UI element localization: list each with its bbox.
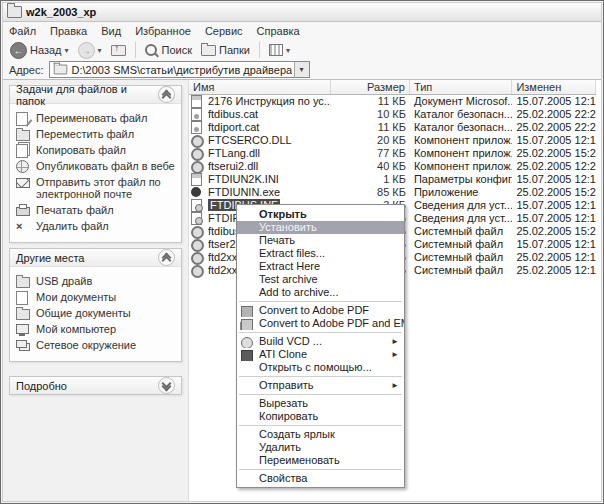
task-item[interactable]: Опубликовать файл в вебе bbox=[16, 160, 177, 172]
column-header-2[interactable]: Тип bbox=[410, 80, 513, 94]
menu-1[interactable]: Правка bbox=[50, 23, 95, 39]
column-header-3[interactable]: Изменен bbox=[512, 80, 596, 94]
column-header-0[interactable]: Имя bbox=[189, 80, 331, 94]
file-date: 25.02.2005 15:26 bbox=[512, 225, 596, 237]
place-item[interactable]: Мой компьютер bbox=[16, 323, 177, 335]
context-menu-item[interactable]: Копировать bbox=[237, 410, 404, 423]
task-item[interactable]: ×Удалить файл bbox=[16, 220, 177, 232]
file-row[interactable]: FTDIUNIN.exe85 КБПриложение25.02.2005 15… bbox=[189, 185, 596, 198]
file-row[interactable]: ftdiport.cat11 КБКаталог безопасн...25.0… bbox=[189, 120, 596, 133]
context-menu-item[interactable]: Add to archive... bbox=[237, 286, 404, 299]
search-button[interactable]: Поиск bbox=[142, 43, 195, 57]
place-item[interactable]: Мои документы bbox=[16, 291, 177, 303]
task-item[interactable]: Печатать файл bbox=[16, 204, 177, 216]
forward-button[interactable]: → ▾ bbox=[75, 41, 105, 60]
place-item[interactable]: Общие документы bbox=[16, 307, 177, 319]
context-menu-item[interactable]: Test archive bbox=[237, 273, 404, 286]
context-menu-item[interactable]: Создать ярлык bbox=[237, 428, 404, 441]
folders-label: Папки bbox=[219, 44, 250, 56]
task-item[interactable]: Переместить файл bbox=[16, 128, 177, 140]
menu-separator bbox=[239, 394, 402, 395]
context-menu-item[interactable]: Печать bbox=[237, 234, 404, 247]
file-type: Каталог безопасн... bbox=[410, 121, 512, 133]
menu-5[interactable]: Справка bbox=[257, 23, 308, 39]
address-path: D:\2003 SMS\статьи\дистрибутив драйвера bbox=[72, 64, 293, 76]
context-menu-item[interactable]: Отправить► bbox=[237, 379, 404, 392]
place-item[interactable]: Сетевое окружение bbox=[16, 339, 177, 351]
address-folder-icon bbox=[53, 65, 67, 75]
address-dropdown-icon[interactable]: ▾ bbox=[294, 62, 309, 77]
expand-chevron-icon[interactable] bbox=[158, 377, 175, 394]
search-icon bbox=[145, 44, 157, 56]
file-row[interactable]: FTLang.dll77 КБКомпонент прилож...25.02.… bbox=[189, 146, 596, 159]
file-row[interactable]: 2176 Инструкция по ус...11 КБДокумент Mi… bbox=[189, 94, 596, 107]
context-menu-item[interactable]: Convert to Adobe PDF bbox=[237, 304, 404, 317]
file-tasks-title: Задачи для файлов и папок bbox=[16, 83, 158, 107]
place-item[interactable]: USB драйв bbox=[16, 275, 177, 287]
back-button[interactable]: ← Назад ▾ bbox=[7, 41, 72, 60]
task-item[interactable]: Копировать файл bbox=[16, 144, 177, 156]
file-row[interactable]: FTCSERCO.DLL20 КБКомпонент прилож...15.0… bbox=[189, 133, 596, 146]
file-type: Компонент прилож... bbox=[410, 160, 512, 172]
file-date: 15.07.2005 12:17 bbox=[512, 238, 596, 250]
file-type-cat-icon bbox=[191, 121, 204, 133]
file-type: Документ Microsof... bbox=[410, 95, 512, 107]
explorer-window: w2k_2003_xp ФайлПравкаВидИзбранноеСервис… bbox=[0, 0, 604, 504]
file-row[interactable]: FTDIUN2K.INI1 КБПараметры конфиг...15.07… bbox=[189, 172, 596, 185]
details-panel: Подробно bbox=[9, 376, 182, 395]
context-menu-item[interactable]: Открыть bbox=[237, 207, 404, 221]
toolbar-separator bbox=[259, 42, 260, 58]
vcd-icon bbox=[241, 337, 253, 348]
file-date: 15.07.2005 12:17 bbox=[512, 173, 596, 185]
menu-4[interactable]: Сервис bbox=[205, 23, 251, 39]
context-menu-item[interactable]: ATI Clone► bbox=[237, 348, 404, 361]
context-menu-item[interactable]: Вырезать bbox=[237, 397, 404, 410]
context-menu-item[interactable]: Свойства bbox=[237, 472, 404, 485]
submenu-arrow-icon: ► bbox=[391, 348, 399, 361]
up-button[interactable] bbox=[108, 44, 129, 57]
context-menu-item[interactable]: Convert to Adobe PDF and EMail bbox=[237, 317, 404, 330]
file-type: Системный файл bbox=[410, 225, 512, 237]
menu-0[interactable]: Файл bbox=[9, 23, 44, 39]
column-header-1[interactable]: Размер bbox=[331, 80, 410, 94]
file-size: 40 КБ bbox=[331, 160, 410, 172]
file-name: FTDIUNIN.exe bbox=[204, 186, 331, 198]
task-item[interactable]: Переименовать файл bbox=[16, 112, 177, 124]
menu-separator bbox=[239, 376, 402, 377]
menu-separator bbox=[239, 332, 402, 333]
file-row[interactable]: ftdibus.cat10 КБКаталог безопасн...25.02… bbox=[189, 107, 596, 120]
other-places-header[interactable]: Другие места bbox=[10, 249, 181, 267]
title-bar[interactable]: w2k_2003_xp bbox=[3, 3, 601, 22]
context-menu-item[interactable]: Удалить bbox=[237, 441, 404, 454]
folders-button[interactable]: Папки bbox=[198, 43, 253, 57]
file-name: ftdiport.cat bbox=[204, 121, 331, 133]
back-dropdown-icon[interactable]: ▾ bbox=[65, 46, 69, 55]
file-date: 25.02.2005 12:22 bbox=[512, 160, 596, 172]
views-button[interactable]: ▾ bbox=[266, 43, 293, 57]
file-size: 11 КБ bbox=[331, 95, 410, 107]
file-type-cat-icon bbox=[191, 108, 204, 120]
context-menu-item[interactable]: Установить bbox=[237, 221, 404, 234]
file-type-sys-icon bbox=[191, 225, 204, 237]
context-menu-item[interactable]: Переименовать bbox=[237, 454, 404, 467]
menu-3[interactable]: Избранное bbox=[135, 23, 199, 39]
collapse-chevron-icon[interactable] bbox=[158, 249, 175, 266]
address-input[interactable]: D:\2003 SMS\статьи\дистрибутив драйвера … bbox=[49, 61, 310, 78]
file-date: 15.07.2005 12:13 bbox=[512, 95, 596, 107]
context-menu-item[interactable]: Extract files... bbox=[237, 247, 404, 260]
menu-2[interactable]: Вид bbox=[101, 23, 129, 39]
menu-bar: ФайлПравкаВидИзбранноеСервисСправка bbox=[3, 22, 601, 41]
other-places-panel: Другие места USB драйвМои документыОбщие… bbox=[9, 248, 182, 362]
views-dropdown-icon[interactable]: ▾ bbox=[286, 46, 290, 55]
task-item[interactable]: Отправить этот файл по электронной почте bbox=[16, 176, 177, 200]
file-tasks-header[interactable]: Задачи для файлов и папок bbox=[10, 86, 181, 104]
context-menu-item[interactable]: Extract Here bbox=[237, 260, 404, 273]
context-menu-item[interactable]: Открыть с помощью... bbox=[237, 361, 404, 374]
context-menu-item[interactable]: Build VCD ...► bbox=[237, 335, 404, 348]
forward-dropdown-icon[interactable]: ▾ bbox=[98, 46, 102, 55]
file-row[interactable]: ftserui2.dll40 КБКомпонент прилож...25.0… bbox=[189, 159, 596, 172]
details-header[interactable]: Подробно bbox=[10, 377, 181, 394]
collapse-chevron-icon[interactable] bbox=[158, 86, 175, 103]
file-type-dll-icon bbox=[191, 160, 204, 172]
file-name: ftdibus.cat bbox=[204, 108, 331, 120]
